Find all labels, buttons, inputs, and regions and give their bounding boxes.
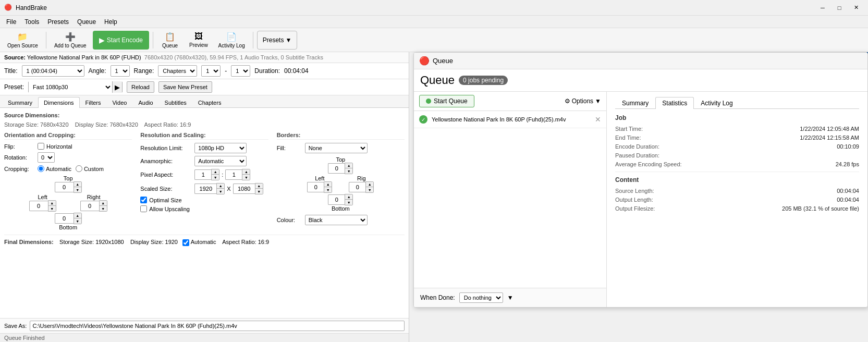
scaled-h-input[interactable] [233, 184, 255, 194]
preset-select[interactable]: Fast 1080p30 [29, 81, 112, 93]
crop-left-input[interactable] [29, 201, 48, 211]
crop-right-label: Right [87, 194, 101, 200]
tab-subtitles[interactable]: Subtitles [159, 97, 192, 108]
when-done-select[interactable]: Do nothing [459, 292, 503, 303]
pixel-aspect-2-input[interactable] [225, 169, 242, 180]
crop-top-down[interactable]: ▼ [74, 187, 81, 192]
tab-audio[interactable]: Audio [132, 97, 158, 108]
crop-bottom-input[interactable] [55, 213, 74, 224]
crop-top-input[interactable] [55, 182, 74, 192]
range-from-select[interactable]: 1 [201, 65, 221, 77]
menu-help[interactable]: Help [100, 17, 121, 27]
crop-right-down[interactable]: ▼ [100, 206, 107, 211]
tab-summary[interactable]: Summary [2, 97, 38, 108]
menu-queue[interactable]: Queue [73, 17, 100, 27]
anamorphic-select[interactable]: Automatic [194, 156, 247, 166]
border-bottom-input[interactable] [328, 194, 345, 205]
border-top-input[interactable] [328, 163, 345, 174]
end-time-label: End Time: [615, 135, 641, 141]
crop-right-input[interactable] [80, 201, 99, 211]
tab-chapters[interactable]: Chapters [192, 97, 227, 108]
tab-dimensions[interactable]: Dimensions [38, 97, 79, 108]
menu-presets[interactable]: Presets [43, 17, 73, 27]
resolution-title: Resolution and Scaling: [140, 132, 268, 140]
sw-up[interactable]: ▲ [217, 184, 224, 189]
optimal-size-checkbox[interactable] [140, 197, 147, 203]
range-to-select[interactable]: 1 [231, 65, 250, 77]
crop-bottom-up[interactable]: ▲ [74, 213, 81, 218]
queue-button[interactable]: 📋 Queue [157, 30, 183, 50]
border-right-input[interactable] [349, 182, 365, 192]
add-to-queue-button[interactable]: ➕ Add to Queue [50, 30, 91, 50]
range-type-select[interactable]: Chapters [158, 65, 197, 77]
minimize-button[interactable]: ─ [815, 3, 830, 13]
pixel-aspect-1-input[interactable] [194, 169, 211, 180]
tab-video[interactable]: Video [106, 97, 132, 108]
crop-left-up[interactable]: ▲ [48, 201, 56, 206]
crop-values: Top ▲ ▼ [4, 175, 132, 230]
reload-button[interactable]: Reload [127, 81, 154, 93]
stats-tab-statistics[interactable]: Statistics [655, 97, 694, 109]
menu-file[interactable]: File [2, 17, 20, 27]
presets-button[interactable]: Presets ▼ [257, 31, 298, 50]
options-button[interactable]: ⚙ Options ▼ [565, 97, 601, 105]
start-queue-button[interactable]: Start Queue [419, 95, 474, 107]
flip-checkbox[interactable] [38, 143, 44, 150]
crop-custom-radio[interactable] [76, 165, 82, 172]
stats-tab-activity-log[interactable]: Activity Log [694, 97, 739, 109]
stats-tab-summary[interactable]: Summary [615, 97, 655, 109]
start-encode-button[interactable]: ▶ Start Encode [93, 31, 149, 50]
fill-select[interactable]: None [305, 143, 368, 153]
crop-right-up[interactable]: ▲ [100, 201, 107, 206]
queue-item-close-button[interactable]: ✕ [595, 115, 601, 124]
bb-up[interactable]: ▲ [345, 194, 352, 200]
crop-custom-option[interactable]: Custom [76, 165, 104, 172]
pa2-down[interactable]: ▼ [242, 175, 250, 180]
activity-log-button[interactable]: 📄 Activity Log [214, 30, 249, 50]
crop-auto-option[interactable]: Automatic [38, 165, 71, 172]
start-queue-dot [426, 99, 431, 104]
pa1-down[interactable]: ▼ [212, 175, 219, 180]
br-up[interactable]: ▲ [366, 182, 373, 187]
bt-down[interactable]: ▼ [345, 168, 352, 174]
queue-name: Queue [420, 74, 455, 87]
pa2-up[interactable]: ▲ [242, 169, 250, 175]
crop-top-up[interactable]: ▲ [74, 182, 81, 187]
menu-bar: File Tools Presets Queue Help [0, 16, 868, 28]
title-select[interactable]: 1 (00:04:04) [22, 65, 84, 77]
preview-button[interactable]: 🖼 Preview [185, 30, 212, 50]
rotation-select[interactable]: 0 [38, 152, 55, 163]
dimensions-info: Storage Size: 7680x4320 Display Size: 76… [4, 121, 405, 128]
toolbar-separator-3 [253, 32, 253, 48]
angle-select[interactable]: 1 [111, 65, 130, 77]
bl-down[interactable]: ▼ [324, 187, 332, 192]
bt-up[interactable]: ▲ [345, 163, 352, 168]
crop-bottom-down[interactable]: ▼ [74, 218, 81, 224]
sw-down[interactable]: ▼ [217, 189, 224, 194]
pa1-up[interactable]: ▲ [212, 169, 219, 175]
close-button[interactable]: ✕ [848, 3, 864, 13]
colour-select[interactable]: Black [305, 215, 368, 225]
crop-auto-radio[interactable] [38, 165, 44, 172]
br-down[interactable]: ▼ [366, 187, 373, 192]
tab-filters[interactable]: Filters [80, 97, 107, 108]
border-left-input[interactable] [307, 182, 324, 192]
maximize-button[interactable]: □ [832, 3, 847, 13]
presets-label: Presets [263, 36, 284, 44]
allow-upscaling-checkbox[interactable] [140, 205, 147, 212]
menu-tools[interactable]: Tools [20, 17, 43, 27]
crop-left-down[interactable]: ▼ [48, 206, 56, 211]
sh-down[interactable]: ▼ [255, 189, 263, 194]
final-auto-checkbox[interactable] [182, 239, 189, 246]
bl-up[interactable]: ▲ [324, 182, 332, 187]
bb-down[interactable]: ▼ [345, 200, 352, 205]
save-preset-button[interactable]: Save New Preset [158, 81, 212, 93]
scaled-w-input[interactable] [194, 184, 216, 194]
colour-label: Colour: [277, 217, 303, 223]
open-source-button[interactable]: 📁 Open Source [3, 30, 42, 50]
res-limit-select[interactable]: 1080p HD [194, 143, 247, 153]
queue-panels: Start Queue ⚙ Options ▼ ✓ Yellowstone Na… [414, 92, 867, 307]
preset-browse-button[interactable]: ▶ [112, 81, 122, 93]
sh-up[interactable]: ▲ [255, 184, 263, 189]
save-as-input[interactable]: C:\Users\Vmodtech\Videos\Yellowstone Nat… [30, 321, 405, 331]
